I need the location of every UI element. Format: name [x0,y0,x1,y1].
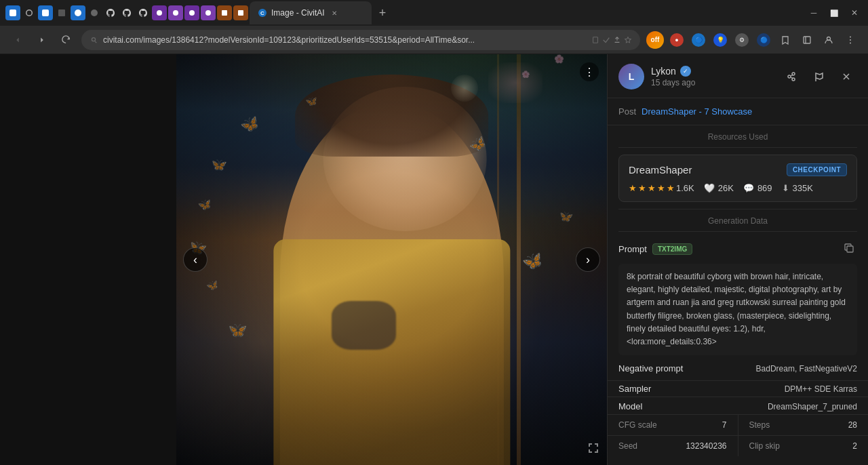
downloads-count: 335K [793,183,813,193]
steps-value: 28 [848,420,857,430]
close-button[interactable] [835,66,857,87]
extensions-btn[interactable]: off [646,31,665,49]
resource-card: DreamShaper CHECKPOINT ★ ★ ★ ★ ★ 1.6K 🤍 … [618,155,857,202]
svg-rect-9 [222,10,227,16]
svg-point-18 [850,39,851,41]
rating-count: 1.6K [676,183,694,193]
svg-rect-1 [42,9,49,16]
svg-point-7 [189,10,195,16]
addon-btn-4[interactable]: ⚙ [732,31,751,49]
image-container: 🦋 🦋 🦋 🦋 🦋 🦋 🦋 🦋 🦋 🦋 🌸 🌸 [176,54,607,465]
negative-prompt-row: Negative prompt BadDream, FastNegativeV2 [618,363,857,373]
restore-btn[interactable]: ⬜ [826,5,842,21]
steps-row: Steps 28 [738,415,858,435]
refresh-button[interactable] [57,31,76,49]
tab-icon-brown-1[interactable] [217,5,232,20]
addon-btn-2[interactable]: 🔵 [689,31,708,49]
model-value: DreamShaper_7_pruned [768,402,857,411]
txt2img-badge: TXT2IMG [652,243,692,255]
seed-clip-section: Seed 132340236 Clip skip 2 [608,435,868,456]
svg-rect-10 [238,10,243,16]
svg-point-13 [92,37,95,41]
addon-btn-1[interactable]: ● [667,31,686,49]
address-icons [591,36,632,44]
tab-bar: C Image - CivitAI ✕ + ─ ⬜ ✕ [0,0,868,26]
tab-icon-purple-1[interactable] [152,5,167,20]
prev-image-button[interactable]: ‹ [183,247,208,272]
resource-header: DreamShaper CHECKPOINT [629,163,847,176]
image-viewer: 🦋 🦋 🦋 🦋 🦋 🦋 🦋 🦋 🦋 🦋 🌸 🌸 [176,54,607,465]
sampler-row: Sampler DPM++ SDE Karras [618,384,857,394]
svg-rect-14 [593,37,598,43]
generation-data-title: Generation Data [618,209,857,232]
tab-icon-1[interactable] [5,5,20,20]
back-button[interactable] [8,31,27,49]
download-icon: ⬇ [782,183,789,193]
svg-point-5 [157,10,162,16]
share-button[interactable] [781,66,803,87]
seed-label: Seed [618,441,637,451]
forward-button[interactable] [33,31,52,49]
tab-icon-3[interactable] [38,5,53,20]
minimize-btn[interactable]: ─ [806,5,822,21]
tab-icon-purple-2[interactable] [168,5,183,20]
tab-icon-2[interactable] [22,5,37,20]
active-tab[interactable]: C Image - CivitAI ✕ [250,1,372,24]
copy-prompt-button[interactable] [841,240,857,258]
header-actions [781,66,857,87]
clip-skip-label: Clip skip [749,441,780,451]
username[interactable]: Lykon [651,66,676,77]
likes-stat: 🤍 26K [704,183,734,193]
menu-btn[interactable] [841,31,860,49]
svg-point-3 [75,9,81,16]
addon-btn-5[interactable]: 🔵 [754,31,773,49]
tab-icon-purple-4[interactable] [201,5,216,20]
heart-icon: 🤍 [704,183,715,193]
steps-label: Steps [749,420,770,430]
corner-icon [587,441,600,458]
clip-skip-value: 2 [852,441,857,451]
post-section: Post DreamShaper - 7 Showcase [608,98,868,125]
tab-icon-purple-3[interactable] [184,5,199,20]
more-icon: ⋮ [584,66,595,79]
tab-icon-brown-2[interactable] [233,5,248,20]
tab-icon-github-1[interactable] [103,5,118,20]
tab-icon-6[interactable] [87,5,102,20]
tab-icon-github-2[interactable] [119,5,134,20]
tab-icon-4[interactable] [54,5,69,20]
close-btn[interactable]: ✕ [846,5,863,21]
prompt-header: Prompt TXT2IMG [618,240,857,258]
more-options-button[interactable]: ⋮ [580,62,599,81]
comment-icon: 💬 [743,183,754,193]
profile-btn[interactable] [819,31,838,49]
svg-point-8 [205,10,211,16]
next-image-button[interactable]: › [576,247,600,272]
sidebar-btn[interactable] [797,31,816,49]
tab-icon-github-3[interactable] [136,5,151,20]
post-link[interactable]: DreamShaper - 7 Showcase [642,106,752,117]
comments-count: 869 [757,183,772,193]
negative-prompt-label: Negative prompt [618,363,683,373]
tab-close-btn[interactable]: ✕ [329,7,340,18]
tab-icon-5[interactable] [71,5,85,20]
prompt-text: 8k portrait of beautiful cyborg with bro… [618,264,857,355]
model-section: Model DreamShaper_7_pruned [608,397,868,414]
time-ago: 15 days ago [651,78,695,87]
sampler-section: Sampler DPM++ SDE Karras [608,380,868,397]
resource-name[interactable]: DreamShaper [629,164,692,176]
address-bar[interactable]: civitai.com/images/1386412?modelVersionI… [81,30,640,50]
prev-arrow-icon: ‹ [193,253,197,267]
checkpoint-badge: CHECKPOINT [787,163,847,176]
avatar: L [618,64,644,89]
seed-value: 132340236 [686,441,726,451]
svg-point-6 [173,10,178,16]
cfg-steps-section: CFG scale 7 Steps 28 [608,414,868,435]
navigation-bar: civitai.com/images/1386412?modelVersionI… [0,26,868,54]
svg-text:C: C [260,10,264,16]
addon-btn-3[interactable]: 💡 [711,31,730,49]
right-panel: L Lykon ✓ 15 days ago [607,54,868,465]
svg-point-4 [91,9,98,16]
flag-button[interactable] [808,66,830,87]
new-tab-button[interactable]: + [373,3,392,22]
bookmark-btn[interactable] [776,31,795,49]
